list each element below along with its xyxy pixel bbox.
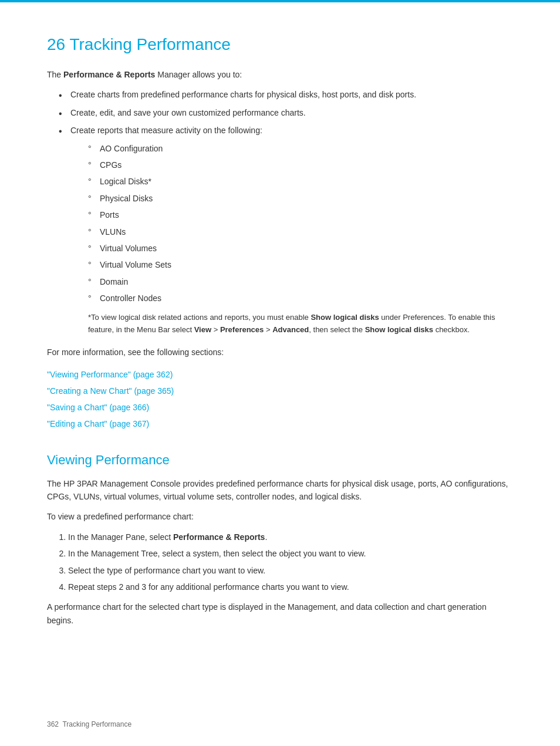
link-viewing-performance[interactable]: "Viewing Performance" (page 362)	[47, 368, 513, 382]
step1-after: .	[265, 532, 267, 542]
bullet-item-1: Create charts from predefined performanc…	[59, 88, 513, 101]
chapter-number: 26	[47, 35, 65, 53]
footnote-part5: , then select the	[309, 325, 365, 334]
section2-title: Viewing Performance	[47, 453, 513, 468]
chapter-title-text: Tracking Performance	[69, 35, 230, 53]
step-2: In the Management Tree, select a system,…	[68, 547, 513, 560]
sub-bullet-physical-disks: Physical Disks	[88, 192, 513, 205]
footer-page-number: 362	[47, 720, 59, 728]
footnote-part6: checkbox.	[433, 325, 470, 334]
sub-bullet-vluns: VLUNs	[88, 225, 513, 238]
footnote-part4: >	[264, 325, 272, 334]
bullet-item-3: Create reports that measure activity on …	[59, 124, 513, 336]
step-4: Repeat steps 2 and 3 for any additional …	[68, 580, 513, 593]
sub-bullet-list: AO Configuration CPGs Logical Disks* Phy…	[88, 142, 513, 305]
link-creating-chart[interactable]: "Creating a New Chart" (page 365)	[47, 384, 513, 399]
sub-bullet-cpgs: CPGs	[88, 158, 513, 171]
section2-para3: A performance chart for the selected cha…	[47, 600, 513, 627]
footnote-bold4: Advanced	[272, 325, 309, 334]
intro-suffix: Manager allows you to:	[157, 70, 242, 79]
step1-before: In the Manager Pane, select	[68, 532, 173, 542]
step-1: In the Manager Pane, select Performance …	[68, 531, 513, 544]
step1-bold: Performance & Reports	[173, 532, 265, 542]
section2-para1: The HP 3PAR Management Console provides …	[47, 477, 513, 504]
more-info-text: For more information, see the following …	[47, 346, 513, 359]
footnote-part1: *To view logical disk related actions an…	[88, 313, 311, 322]
sub-bullet-virtual-volumes: Virtual Volumes	[88, 242, 513, 255]
footnote-bold1: Show logical disks	[311, 313, 379, 322]
sub-bullet-ao-config: AO Configuration	[88, 142, 513, 155]
step-3: Select the type of performance chart you…	[68, 564, 513, 577]
links-section: "Viewing Performance" (page 362) "Creati…	[47, 368, 513, 431]
page-container: 26 Tracking Performance The Performance …	[0, 0, 560, 746]
link-editing-chart[interactable]: "Editing a Chart" (page 367)	[47, 417, 513, 431]
link-saving-chart[interactable]: "Saving a Chart" (page 366)	[47, 401, 513, 415]
footnote-bold2: View	[194, 325, 211, 334]
top-border	[0, 0, 560, 2]
footnote-part3: >	[211, 325, 220, 334]
intro-paragraph: The Performance & Reports Manager allows…	[47, 68, 513, 81]
sub-bullet-ports: Ports	[88, 208, 513, 221]
footer-chapter-text: Tracking Performance	[62, 720, 131, 728]
intro-bold: Performance & Reports	[63, 70, 155, 79]
sub-bullet-logical-disks: Logical Disks*	[88, 175, 513, 188]
bullet-item-2: Create, edit, and save your own customiz…	[59, 106, 513, 119]
section2-para2: To view a predefined performance chart:	[47, 510, 513, 523]
footnote-text: *To view logical disk related actions an…	[88, 312, 513, 336]
page-footer: 362 Tracking Performance	[47, 720, 131, 728]
chapter-title: 26 Tracking Performance	[47, 23, 513, 54]
footnote-bold5: Show logical disks	[365, 325, 433, 334]
sub-bullet-virtual-volume-sets: Virtual Volume Sets	[88, 258, 513, 271]
sub-bullet-domain: Domain	[88, 275, 513, 288]
sub-bullet-controller-nodes: Controller Nodes	[88, 292, 513, 305]
main-bullet-list: Create charts from predefined performanc…	[59, 88, 513, 336]
steps-list: In the Manager Pane, select Performance …	[59, 531, 513, 594]
footnote-bold3: Preferences	[220, 325, 264, 334]
